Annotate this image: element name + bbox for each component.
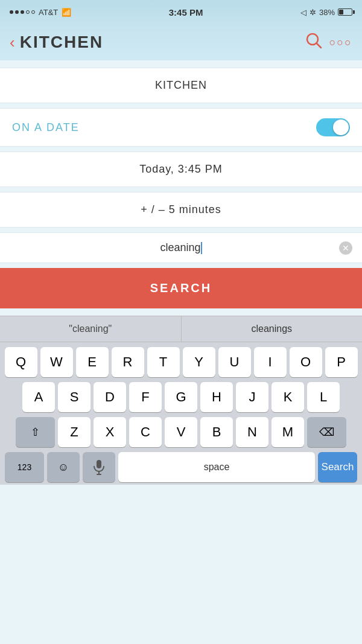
status-bar: AT&T 📶 3:45 PM ◁ ✲ 38% — [0, 0, 362, 24]
key-g[interactable]: G — [165, 382, 197, 412]
key-space[interactable]: space — [118, 452, 315, 482]
key-z[interactable]: Z — [58, 417, 91, 447]
key-i[interactable]: I — [254, 347, 287, 377]
key-h[interactable]: H — [200, 382, 233, 412]
status-right: ◁ ✲ 38% — [300, 8, 352, 17]
key-q[interactable]: Q — [5, 347, 37, 377]
key-j[interactable]: J — [236, 382, 268, 412]
date-value: Today, 3:45 PM — [139, 163, 223, 176]
autocomplete-item-1[interactable]: cleanings — [182, 316, 363, 342]
text-cursor — [201, 242, 202, 254]
key-f[interactable]: F — [129, 382, 162, 412]
dot3 — [21, 10, 24, 14]
key-a[interactable]: A — [22, 382, 55, 412]
back-button[interactable]: ‹ — [10, 33, 15, 52]
bluetooth-icon: ✲ — [310, 8, 316, 17]
key-mic[interactable] — [83, 452, 115, 482]
autocomplete-bar: "cleaning" cleanings — [0, 316, 362, 342]
key-shift[interactable]: ⇧ — [16, 417, 55, 447]
key-o[interactable]: O — [290, 347, 322, 377]
key-s[interactable]: S — [58, 382, 91, 412]
battery-icon — [338, 8, 352, 16]
key-delete[interactable]: ⌫ — [307, 417, 346, 447]
key-row-3: ⇧ Z X C V B N M ⌫ — [2, 417, 360, 447]
on-a-date-toggle[interactable] — [316, 118, 350, 136]
search-button[interactable]: SEARCH — [0, 268, 362, 308]
search-text: cleaning — [12, 241, 350, 254]
svg-rect-2 — [97, 460, 101, 468]
key-n[interactable]: N — [236, 417, 268, 447]
category-label: KITCHEN — [155, 79, 207, 92]
time-range-field[interactable]: + / – 5 minutes — [0, 192, 362, 228]
status-time: 3:45 PM — [169, 7, 203, 18]
main-content: KITCHEN ON A DATE Today, 3:45 PM + / – 5… — [0, 60, 362, 316]
category-field: KITCHEN — [0, 68, 362, 103]
key-row-1: Q W E R T Y U I O P — [2, 347, 360, 377]
key-search[interactable]: Search — [318, 452, 357, 482]
keyboard: Q W E R T Y U I O P A S D F G H J K L ⇧ … — [0, 342, 362, 485]
key-e[interactable]: E — [76, 347, 109, 377]
status-left: AT&T 📶 — [10, 8, 71, 17]
more-icon-button[interactable]: ○○○ — [329, 36, 352, 49]
carrier-name: AT&T — [39, 8, 58, 17]
key-t[interactable]: T — [147, 347, 180, 377]
key-numbers[interactable]: 123 — [5, 452, 44, 482]
key-m[interactable]: M — [272, 417, 304, 447]
key-w[interactable]: W — [40, 347, 73, 377]
key-row-bottom: 123 ☺ space Search — [2, 452, 360, 482]
key-k[interactable]: K — [272, 382, 304, 412]
time-range-value: + / – 5 minutes — [141, 203, 221, 216]
dot5 — [31, 10, 35, 14]
toggle-knob — [333, 120, 349, 135]
battery-percent: 38% — [319, 8, 335, 17]
search-input-value: cleaning — [160, 241, 200, 253]
search-icon-button[interactable] — [305, 31, 323, 54]
on-a-date-label: ON A DATE — [12, 121, 80, 134]
battery-fill — [339, 10, 343, 14]
key-y[interactable]: Y — [183, 347, 215, 377]
svg-line-1 — [317, 43, 321, 48]
nav-actions: ○○○ — [305, 31, 352, 54]
key-u[interactable]: U — [218, 347, 251, 377]
key-p[interactable]: P — [325, 347, 358, 377]
dot2 — [15, 10, 19, 14]
key-emoji[interactable]: ☺ — [47, 452, 80, 482]
key-r[interactable]: R — [112, 347, 144, 377]
key-row-2: A S D F G H J K L — [2, 382, 360, 412]
signal-dots — [10, 10, 35, 14]
search-input-row[interactable]: cleaning ✕ — [0, 232, 362, 263]
on-a-date-row: ON A DATE — [0, 108, 362, 147]
key-l[interactable]: L — [307, 382, 340, 412]
dot4 — [26, 10, 30, 14]
wifi-icon: 📶 — [62, 8, 71, 17]
key-c[interactable]: C — [129, 417, 162, 447]
key-x[interactable]: X — [94, 417, 126, 447]
autocomplete-item-0[interactable]: "cleaning" — [0, 316, 182, 342]
date-field[interactable]: Today, 3:45 PM — [0, 151, 362, 187]
page-title: KITCHEN — [20, 33, 103, 52]
key-b[interactable]: B — [200, 417, 233, 447]
key-d[interactable]: D — [94, 382, 126, 412]
key-v[interactable]: V — [165, 417, 197, 447]
location-icon: ◁ — [300, 8, 306, 17]
nav-bar: ‹ KITCHEN ○○○ — [0, 24, 362, 60]
dot1 — [10, 10, 13, 14]
clear-button[interactable]: ✕ — [339, 241, 352, 255]
